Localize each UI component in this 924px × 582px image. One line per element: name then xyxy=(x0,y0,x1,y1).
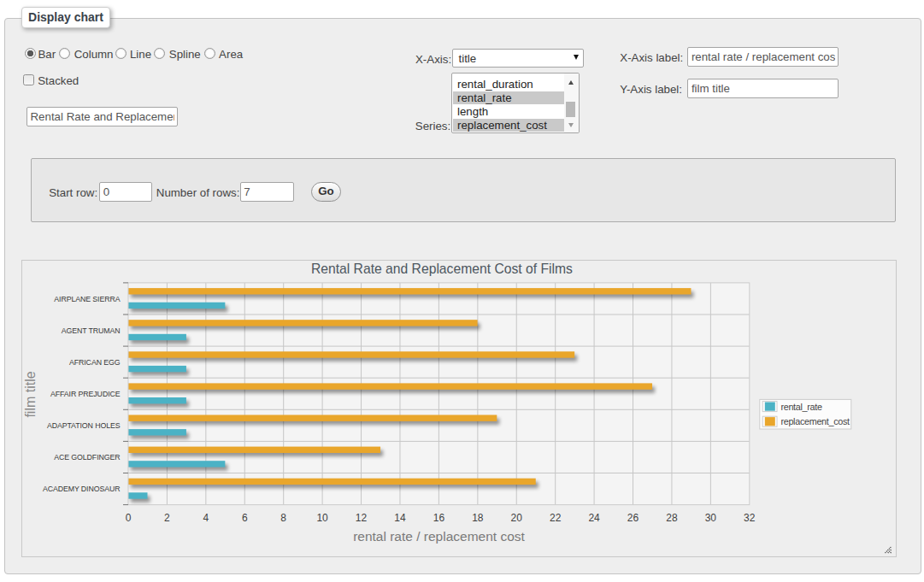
svg-text:4: 4 xyxy=(203,512,209,524)
svg-text:AGENT TRUMAN: AGENT TRUMAN xyxy=(61,326,120,335)
svg-text:AFFAIR PREJUDICE: AFFAIR PREJUDICE xyxy=(50,390,121,398)
svg-text:replacement_cost: replacement_cost xyxy=(780,416,850,426)
svg-text:2: 2 xyxy=(164,512,170,524)
svg-text:28: 28 xyxy=(666,512,678,524)
svg-text:film title: film title xyxy=(22,371,37,417)
svg-text:32: 32 xyxy=(744,512,756,524)
svg-text:ADAPTATION HOLES: ADAPTATION HOLES xyxy=(46,421,120,430)
svg-text:26: 26 xyxy=(627,512,639,524)
svg-text:14: 14 xyxy=(394,512,406,524)
svg-text:8: 8 xyxy=(280,512,286,524)
svg-text:20: 20 xyxy=(510,512,522,524)
svg-text:ACE GOLDFINGER: ACE GOLDFINGER xyxy=(54,453,120,461)
svg-text:rental_rate: rental_rate xyxy=(780,402,822,412)
svg-text:16: 16 xyxy=(433,512,444,524)
svg-text:ACADEMY DINOSAUR: ACADEMY DINOSAUR xyxy=(42,485,120,493)
svg-text:AIRPLANE SIERRA: AIRPLANE SIERRA xyxy=(54,295,120,303)
svg-text:30: 30 xyxy=(704,512,716,524)
svg-text:Rental Rate and Replacement Co: Rental Rate and Replacement Cost of Film… xyxy=(310,262,572,276)
svg-text:0: 0 xyxy=(125,512,131,524)
svg-text:12: 12 xyxy=(355,512,367,524)
svg-text:10: 10 xyxy=(316,512,328,524)
svg-text:24: 24 xyxy=(588,512,600,524)
svg-text:6: 6 xyxy=(241,512,247,524)
svg-text:rental rate / replacement cost: rental rate / replacement cost xyxy=(353,529,525,544)
svg-text:AFRICAN EGG: AFRICAN EGG xyxy=(68,358,120,367)
svg-text:22: 22 xyxy=(549,512,561,524)
svg-text:18: 18 xyxy=(472,512,484,524)
